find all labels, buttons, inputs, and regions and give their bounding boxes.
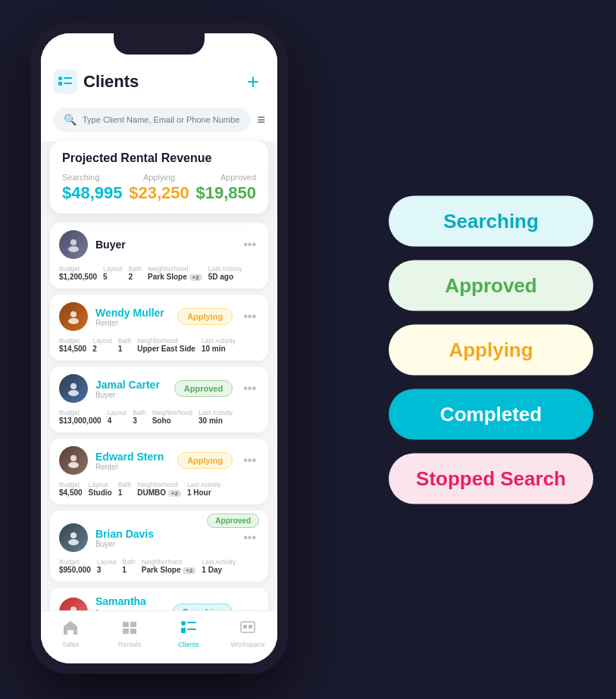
svg-rect-20 (181, 621, 186, 626)
status-pills: Searching Approved Applying Completed St… (389, 195, 593, 504)
searching-label: Searching (62, 173, 123, 182)
client-row: Buyer ••• (59, 230, 259, 259)
nav-sales[interactable]: Sales (41, 617, 100, 651)
nav-workspace[interactable]: Workspace (218, 617, 277, 651)
list-item[interactable]: Approved Brian Davis Buye (50, 510, 268, 582)
avatar (59, 302, 88, 331)
list-item[interactable]: Samantha Lee Buyer Searching ••• (50, 588, 268, 610)
svg-point-5 (68, 246, 79, 252)
client-details: Budget$13,000,000 Layout4 Bath3 Neighbor… (59, 409, 259, 425)
svg-rect-2 (64, 77, 72, 79)
search-bar: 🔍 ≡ (41, 101, 277, 141)
add-client-button[interactable]: + (241, 70, 265, 94)
svg-rect-17 (130, 622, 136, 627)
nav-workspace-label: Workspace (231, 641, 265, 648)
client-row: Edward Stern Renter Applying ••• (59, 446, 259, 475)
avatar (59, 230, 88, 259)
more-button[interactable]: ••• (240, 382, 259, 395)
phone-screen: Clients + 🔍 ≡ Projected Rental Revenue (41, 33, 277, 663)
client-name: Edward Stern (95, 451, 170, 463)
more-button[interactable]: ••• (240, 310, 259, 323)
status-badge: Applying (177, 308, 233, 325)
svg-point-9 (68, 390, 79, 396)
svg-rect-23 (187, 629, 196, 630)
svg-point-11 (68, 462, 79, 468)
client-name: Buyer (95, 239, 233, 251)
search-input[interactable] (83, 115, 240, 124)
client-list: Buyer ••• Budget$1,200,500 Layout5 Bath2… (41, 220, 277, 610)
clients-nav-icon (180, 620, 197, 639)
sales-icon (62, 620, 79, 639)
phone-frame: Clients + 🔍 ≡ Projected Rental Revenue (30, 23, 288, 674)
svg-point-8 (70, 383, 77, 389)
client-type: Renter (95, 319, 170, 327)
revenue-applying: Applying $23,250 (129, 173, 189, 203)
nav-clients[interactable]: Clients (159, 617, 218, 651)
pill-searching: Searching (389, 195, 593, 246)
approved-value: $19,850 (195, 183, 256, 203)
more-button[interactable]: ••• (240, 531, 259, 545)
pill-completed: Completed (389, 389, 593, 439)
pill-applying: Applying (389, 324, 593, 375)
nav-sales-label: Sales (62, 641, 80, 648)
svg-point-4 (70, 239, 77, 245)
avatar (59, 446, 88, 475)
more-button[interactable]: ••• (240, 454, 259, 467)
applying-value: $23,250 (129, 183, 189, 203)
svg-rect-26 (249, 625, 252, 629)
list-item[interactable]: Jamal Carter Buyer Approved ••• Budget$1… (50, 367, 268, 432)
revenue-searching: Searching $48,995 (62, 173, 123, 203)
client-info: Wendy Muller Renter (95, 307, 170, 327)
search-input-wrap[interactable]: 🔍 (53, 108, 251, 132)
client-details: Budget$1,200,500 Layout5 Bath2 Neighborh… (59, 265, 259, 281)
svg-point-12 (70, 532, 77, 538)
client-row: Samantha Lee Buyer Searching ••• (59, 595, 259, 610)
status-badge: Approved (174, 380, 233, 397)
client-info: Edward Stern Renter (95, 451, 170, 471)
status-badge: Searching (173, 604, 233, 611)
more-button[interactable]: ••• (240, 238, 259, 251)
avatar (59, 374, 88, 403)
bottom-nav: Sales Rentals (41, 610, 277, 663)
list-item[interactable]: Buyer ••• Budget$1,200,500 Layout5 Bath2… (50, 223, 268, 289)
svg-rect-22 (187, 622, 196, 623)
client-info: Jamal Carter Buyer (95, 379, 167, 399)
svg-rect-16 (123, 622, 129, 627)
svg-rect-1 (58, 82, 62, 86)
client-row: Jamal Carter Buyer Approved ••• (59, 374, 259, 403)
svg-rect-25 (243, 625, 247, 629)
workspace-icon (239, 620, 256, 639)
svg-point-10 (70, 455, 77, 461)
svg-rect-0 (58, 76, 62, 80)
client-info: Buyer (95, 239, 233, 251)
client-name: Brian Davis (95, 528, 233, 540)
svg-point-14 (70, 607, 77, 611)
client-info: Samantha Lee Buyer (95, 595, 165, 610)
revenue-title: Projected Rental Revenue (62, 151, 256, 165)
nav-rentals[interactable]: Rentals (100, 617, 159, 651)
app-screen: Clients + 🔍 ≡ Projected Rental Revenue (41, 33, 277, 663)
app-title: Clients (83, 72, 139, 92)
svg-point-13 (68, 539, 79, 545)
list-item[interactable]: Wendy Muller Renter Applying ••• Budget$… (50, 295, 268, 360)
client-details: Budget$14,500 Layout2 Bath1 Neighborhood… (59, 337, 259, 353)
client-type: Renter (95, 463, 170, 471)
svg-rect-3 (64, 83, 72, 84)
client-name: Samantha Lee (95, 595, 165, 610)
revenue-card: Projected Rental Revenue Searching $48,9… (50, 141, 268, 214)
filter-button[interactable]: ≡ (257, 112, 265, 128)
phone-notch (114, 33, 205, 55)
header-left: Clients (53, 70, 139, 94)
svg-rect-18 (123, 629, 129, 634)
list-item[interactable]: Edward Stern Renter Applying ••• Budget$… (50, 438, 268, 504)
nav-rentals-label: Rentals (118, 641, 142, 648)
client-type: Buyer (95, 391, 167, 399)
revenue-approved: Approved $19,850 (195, 173, 256, 203)
svg-rect-21 (181, 628, 186, 633)
more-button[interactable]: ••• (240, 605, 259, 611)
client-row: Wendy Muller Renter Applying ••• (59, 302, 259, 331)
nav-clients-label: Clients (178, 641, 199, 648)
clients-icon (53, 70, 77, 94)
status-badge: Applying (177, 452, 233, 469)
rentals-icon (121, 620, 138, 639)
